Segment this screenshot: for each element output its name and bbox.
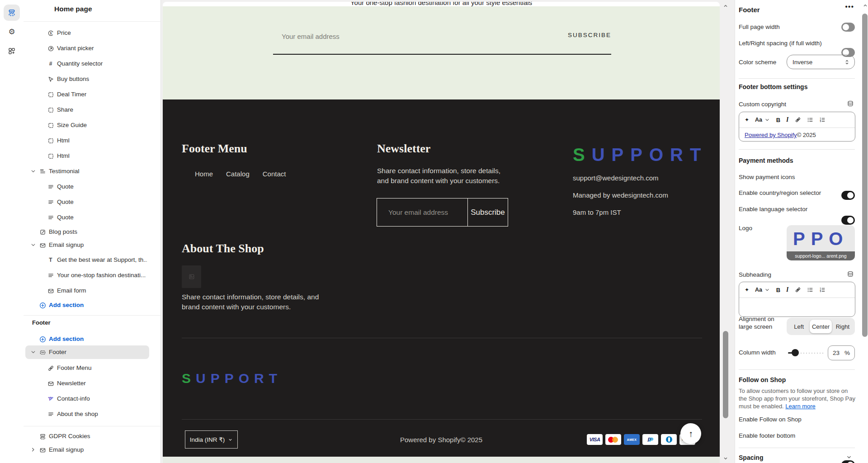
chevron-down-icon[interactable]	[30, 349, 37, 355]
divider	[24, 426, 160, 426]
bold-icon[interactable]: B	[776, 117, 780, 123]
sidebar-item-quote[interactable]: Quote	[24, 180, 157, 194]
sidebar-item-variant-picker[interactable]: Variant picker	[24, 42, 157, 55]
sidebar-item-html[interactable]: Html	[24, 149, 157, 163]
preview-scroll-up-icon[interactable]	[722, 3, 729, 9]
newsletter-email-input[interactable]: Your email address	[377, 198, 467, 226]
apps-button[interactable]	[8, 48, 16, 56]
about-title: About The Shop	[182, 242, 264, 255]
contact-icon: 'P'	[47, 395, 54, 402]
sidebar-item-your-one-stop-fashion-destinat[interactable]: Your one-stop fashion destinati...	[24, 269, 157, 282]
logo-label: Logo	[739, 225, 752, 232]
text-style-icon[interactable]: Aa	[755, 287, 770, 293]
enable-footer-bottom-label: Enable footer bottom	[739, 432, 795, 439]
italic-icon[interactable]: I	[786, 286, 788, 293]
subheading-content[interactable]	[739, 298, 855, 305]
dynamic-source-icon[interactable]	[847, 270, 854, 279]
sections-nav-button[interactable]	[4, 5, 20, 21]
custom-copyright-content[interactable]: Powered by Shopify© 2025	[739, 128, 855, 142]
scroll-to-top-button[interactable]: ↑	[680, 423, 701, 444]
numbered-list-icon[interactable]: 123	[819, 117, 826, 123]
sidebar-item-footer[interactable]: Footer	[24, 345, 157, 359]
panel-scrollbar-thumb[interactable]	[862, 14, 868, 337]
chevron-down-icon[interactable]	[30, 241, 37, 248]
magic-icon[interactable]: ✦	[745, 287, 749, 293]
plus-circle-icon	[39, 302, 46, 309]
custom-copyright-label: Custom copyright	[739, 101, 786, 108]
sidebar-item-email-signup[interactable]: Email signup	[24, 443, 157, 457]
chain-icon	[47, 364, 54, 372]
magic-icon[interactable]: ✦	[745, 117, 749, 123]
sidebar-item-gdpr-cookies[interactable]: GDPR Cookies	[24, 430, 157, 443]
link-icon[interactable]	[795, 287, 801, 293]
sidebar-item-get-the-best-wear-at-support-t[interactable]: TGet the best wear at Support, th...	[24, 253, 157, 267]
custom-copyright-editor: ✦Aa BI123 Powered by Shopify© 2025	[739, 112, 855, 142]
sidebar-item-email-form[interactable]: Email form	[24, 284, 157, 298]
footer-link-contact[interactable]: Contact	[263, 170, 286, 178]
preview-scrollbar-thumb[interactable]	[723, 331, 728, 418]
lines-icon	[47, 411, 54, 418]
blog-icon	[39, 228, 46, 236]
more-options-button[interactable]: •••	[845, 3, 854, 11]
newsletter-text: Share contact information, store details…	[377, 166, 513, 186]
sidebar-item-quote[interactable]: Quote	[24, 195, 157, 209]
text-style-icon[interactable]: Aa	[755, 117, 770, 123]
theme-settings-button[interactable]: ⚙	[8, 28, 16, 36]
signup-subscribe-button[interactable]: SUBSCRIBE	[163, 32, 611, 38]
language-selector-label: Enable language selector	[739, 206, 807, 213]
slider-knob[interactable]	[792, 349, 799, 356]
sidebar-item-size-guide[interactable]: Size Guide	[24, 118, 157, 132]
bold-icon[interactable]: B	[776, 287, 780, 293]
sidebar-item-html[interactable]: Html	[24, 134, 157, 147]
logo-letter-s: S	[182, 371, 196, 386]
sidebar-item-testimonial[interactable]: Testimonial	[24, 165, 157, 178]
panel-scroll-up-icon[interactable]	[862, 2, 868, 9]
full-page-width-toggle[interactable]	[841, 23, 855, 32]
alignment-right-button[interactable]: Right	[832, 320, 854, 333]
alignment-center-button[interactable]: Center	[810, 320, 831, 333]
sidebar-item-deal-timer[interactable]: Deal Timer	[24, 88, 157, 101]
add-section-button[interactable]: Add section	[24, 332, 157, 346]
column-width-field[interactable]: 23 %	[828, 345, 855, 360]
column-width-slider[interactable]	[788, 349, 824, 356]
item-label: Html	[57, 137, 70, 144]
add-section-button[interactable]: Add section	[24, 298, 157, 312]
country-selector-toggle[interactable]	[841, 216, 855, 225]
sidebar-item-about-the-shop[interactable]: About the shop	[24, 407, 157, 421]
show-payment-icons-toggle[interactable]	[841, 191, 855, 200]
logo-thumbnail[interactable]: PPO support-logo... arent.png	[787, 225, 855, 260]
sidebar-item-blog-posts[interactable]: Blog posts	[24, 225, 157, 239]
bullet-list-icon[interactable]	[807, 117, 813, 123]
alignment-left-button[interactable]: Left	[788, 320, 810, 333]
alignment-segmented-control: LeftCenterRight	[787, 318, 855, 335]
bullet-list-icon[interactable]	[807, 287, 813, 293]
lines-icon	[47, 272, 54, 279]
sidebar-item-share[interactable]: Share	[24, 103, 157, 117]
dynamic-source-icon[interactable]	[847, 100, 854, 109]
footer-link-catalog[interactable]: Catalog	[226, 170, 250, 178]
sidebar-item-footer-menu[interactable]: Footer Menu	[24, 361, 157, 375]
color-scheme-select[interactable]: Inverse	[787, 55, 855, 69]
newsletter-subscribe-button[interactable]: Subscribe	[467, 198, 508, 226]
numbered-list-icon[interactable]: 123	[819, 287, 826, 293]
sidebar-item-quote[interactable]: Quote	[24, 211, 157, 224]
sidebar-item-price[interactable]: $Price	[24, 26, 157, 40]
copyright-link[interactable]: Powered by Shopify	[745, 132, 797, 138]
footer-link-home[interactable]: Home	[195, 170, 213, 178]
collapse-chevron-icon[interactable]	[846, 454, 852, 462]
sidebar-item-buy-buttons[interactable]: Buy buttons	[24, 72, 157, 86]
sidebar-item-email-signup[interactable]: Email signup	[24, 238, 157, 252]
svg-text:$: $	[50, 32, 52, 35]
item-label: Share	[57, 106, 73, 113]
sidebar-item-newsletter[interactable]: Newsletter	[24, 377, 157, 390]
link-icon[interactable]	[795, 117, 801, 123]
sidebar-item-contact-info[interactable]: 'P'Contact-info	[24, 392, 157, 406]
chevron-right-icon[interactable]	[30, 446, 37, 453]
learn-more-link[interactable]: Learn more	[785, 403, 815, 410]
item-label: Blog posts	[49, 228, 77, 235]
sidebar-item-quantity-selector[interactable]: #Quantity selector	[24, 57, 157, 71]
item-label: Quote	[57, 183, 74, 190]
preview-scroll-down-icon[interactable]	[722, 455, 729, 462]
chevron-down-icon[interactable]	[30, 168, 37, 175]
italic-icon[interactable]: I	[786, 116, 788, 123]
